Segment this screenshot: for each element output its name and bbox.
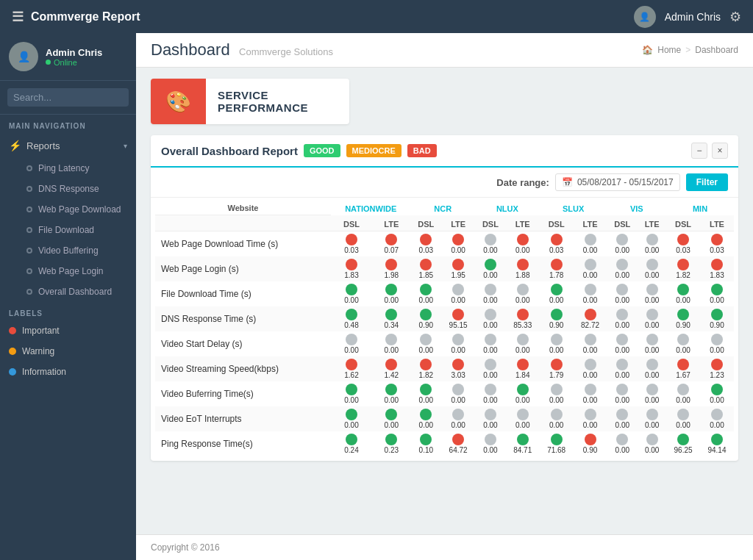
region-header-row: Website NATIONWIDE NCR NLUX SLUX VIS MIN [155, 198, 734, 215]
sub-dot-icon [26, 227, 32, 233]
badge-mediocre[interactable]: MEDIOCRE [346, 144, 402, 157]
minimize-button[interactable]: − [691, 143, 707, 159]
cell-value: 0.00 [645, 446, 659, 454]
status-dot [346, 284, 357, 295]
status-dot [616, 384, 628, 395]
status-dot [385, 359, 397, 370]
service-perf-title: SERVICE PERFORMANCE [218, 89, 338, 114]
status-dot [385, 434, 397, 445]
sidebar-subitem-video-buffering[interactable]: Video Buffering [0, 240, 136, 261]
data-cell: 1.84 [506, 356, 540, 381]
sidebar-label-important[interactable]: Important [0, 320, 136, 341]
data-cell: 0.00 [638, 431, 666, 456]
status-dot [677, 309, 689, 320]
breadcrumb-home[interactable]: Home [657, 45, 681, 55]
data-cell: 84.71 [506, 431, 540, 456]
data-cell: 0.00 [700, 406, 734, 431]
cell-value: 0.00 [419, 346, 433, 354]
date-range-input[interactable]: 📅 05/08/2017 - 05/15/2017 [555, 173, 680, 191]
search-input[interactable] [13, 92, 136, 103]
cell-value: 0.10 [419, 446, 433, 454]
data-cell: 0.00 [506, 406, 540, 431]
sidebar-subitem-overall[interactable]: Overall Dashboard [0, 281, 136, 302]
calendar-icon: 📅 [562, 177, 573, 187]
report-panel: Overall Dashboard Report GOOD MEDIOCRE B… [151, 135, 738, 461]
status-dot [646, 384, 658, 395]
data-cell: 0.00 [475, 231, 506, 256]
sidebar-label-information[interactable]: Information [0, 362, 136, 382]
badge-bad[interactable]: BAD [407, 144, 437, 157]
sidebar-subitem-webpage-download[interactable]: Web Page Download [0, 199, 136, 220]
badge-good[interactable]: GOOD [304, 144, 340, 157]
data-cell: 1.83 [331, 256, 372, 281]
sub-col-dsl-2: DSL [410, 215, 441, 231]
gear-icon[interactable]: ⚙ [729, 9, 741, 25]
status-dot [616, 259, 628, 270]
data-cell: 0.00 [638, 381, 666, 406]
status-dot [585, 234, 596, 245]
sub-col-dsl-6: DSL [666, 215, 700, 231]
cell-value: 0.00 [344, 346, 358, 354]
status-dot [646, 334, 658, 345]
sidebar-item-reports[interactable]: ⚡ Reports ▾ [0, 133, 136, 158]
status-dot [517, 309, 529, 320]
data-cell: 0.00 [607, 306, 638, 331]
data-cell: 0.00 [574, 331, 607, 356]
sidebar-profile-info: Admin Chris Online [46, 47, 102, 67]
cell-value: 0.00 [385, 421, 399, 429]
cell-value: 1.42 [385, 371, 399, 379]
sidebar-subitem-ping-latency[interactable]: Ping Latency [0, 158, 136, 179]
cell-value: 0.00 [549, 346, 563, 354]
data-cell: 0.00 [475, 306, 506, 331]
sub-dot-icon [26, 268, 32, 274]
status-dot [646, 234, 658, 245]
data-cell: 0.00 [574, 381, 607, 406]
cell-value: 0.00 [483, 446, 497, 454]
data-cell: 0.00 [475, 431, 506, 456]
report-panel-header: Overall Dashboard Report GOOD MEDIOCRE B… [151, 135, 738, 168]
status-dot [517, 434, 529, 445]
data-cell: 0.00 [410, 381, 441, 406]
status-dot [677, 259, 689, 270]
data-cell: 0.24 [331, 431, 372, 456]
data-cell: 1.83 [700, 256, 734, 281]
data-cell: 0.00 [410, 331, 441, 356]
status-dot [585, 434, 596, 445]
cell-value: 0.00 [676, 346, 690, 354]
report-tbody: Web Page Download Time (s)0.030.070.030.… [155, 231, 734, 456]
cell-value: 0.00 [515, 421, 529, 429]
status-dot [420, 434, 432, 445]
cell-value: 0.00 [645, 321, 659, 329]
cell-value: 0.90 [549, 321, 563, 329]
cell-value: 0.48 [344, 321, 358, 329]
filter-button[interactable]: Filter [686, 173, 728, 191]
dashboard-body: 🎨 SERVICE PERFORMANCE Overall Dashboard … [136, 68, 753, 534]
panel-controls: − × [691, 143, 728, 159]
data-cell: 0.00 [331, 281, 372, 306]
sidebar-subitem-webpage-login[interactable]: Web Page Login [0, 261, 136, 281]
hamburger-icon[interactable]: ☰ [12, 9, 24, 25]
cell-value: 1.88 [515, 271, 529, 279]
report-table-wrapper: Website NATIONWIDE NCR NLUX SLUX VIS MIN [151, 198, 738, 461]
status-dot [385, 259, 397, 270]
status-dot [646, 284, 658, 295]
data-cell: 0.00 [607, 406, 638, 431]
close-button[interactable]: × [712, 143, 728, 159]
cell-value: 0.00 [615, 246, 629, 254]
sidebar-subitem-dns[interactable]: DNS Response [0, 179, 136, 199]
chevron-down-icon: ▾ [124, 142, 127, 150]
data-cell: 0.10 [410, 431, 441, 456]
sidebar-subitem-file-download[interactable]: File Download [0, 220, 136, 240]
cell-value: 0.00 [583, 371, 597, 379]
data-cell: 0.00 [475, 281, 506, 306]
data-cell: 1.85 [410, 256, 441, 281]
sidebar-label-warning[interactable]: Warning [0, 341, 136, 362]
data-cell: 0.00 [506, 281, 540, 306]
data-cell: 0.00 [410, 406, 441, 431]
status-dot [517, 359, 529, 370]
data-cell: 0.00 [638, 281, 666, 306]
metric-name-cell: Video EoT Interrupts [155, 406, 331, 431]
cell-value: 0.00 [385, 346, 399, 354]
status-dot [551, 284, 563, 295]
data-cell: 85.33 [506, 306, 540, 331]
